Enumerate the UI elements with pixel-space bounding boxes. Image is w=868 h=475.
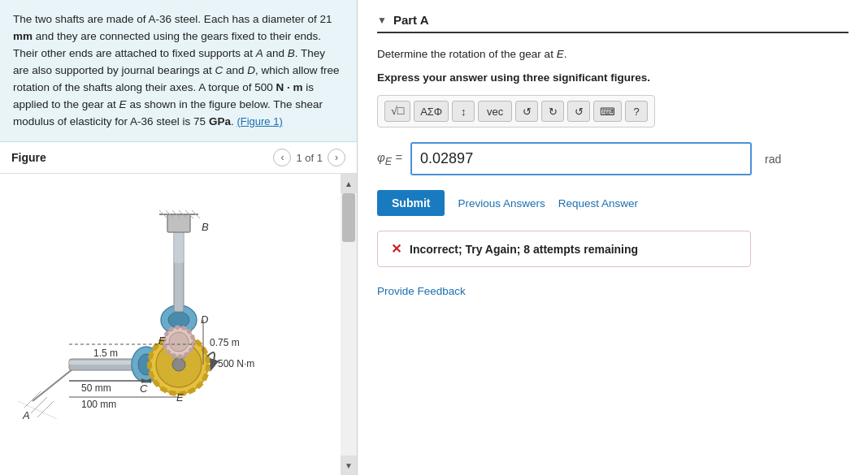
figure-svg: A C E: [8, 182, 333, 434]
answer-input-container: [410, 142, 752, 175]
scrollbar-thumb[interactable]: [342, 193, 355, 242]
greek-icon: ΑΣΦ: [420, 106, 442, 118]
submit-row: Submit Previous Answers Request Answer: [377, 190, 848, 216]
svg-point-12: [172, 358, 185, 371]
svg-line-3: [37, 401, 54, 417]
prev-answers-link[interactable]: Previous Answers: [458, 197, 545, 209]
figure-nav: ‹ 1 of 1 ›: [273, 149, 345, 166]
figure-area: A C E: [0, 174, 357, 475]
problem-text: The two shafts are made of A-36 steel. E…: [0, 0, 357, 142]
torque-label: 500 N·m: [218, 358, 254, 369]
phi-label: φE =: [377, 150, 402, 167]
figure-link[interactable]: (Figure 1): [237, 115, 282, 127]
figure-svg-container: A C E: [0, 174, 339, 444]
help-icon: ?: [634, 106, 640, 118]
undo-icon: ↺: [523, 106, 532, 118]
svg-point-20: [169, 332, 189, 352]
right-panel: ▼ Part A Determine the rotation of the g…: [358, 0, 868, 475]
toolbar-undo-btn[interactable]: ↺: [515, 101, 538, 122]
vec-icon: vec: [487, 106, 503, 118]
toolbar-sqrt-btn[interactable]: √□: [384, 101, 410, 122]
toolbar-greek-btn[interactable]: ΑΣΦ: [414, 101, 449, 122]
part-arrow[interactable]: ▼: [377, 15, 387, 26]
answer-input[interactable]: [412, 144, 750, 174]
next-figure-btn[interactable]: ›: [328, 149, 345, 166]
redo-icon: ↻: [549, 106, 558, 118]
figure-label: Figure: [11, 151, 46, 164]
scroll-up-btn[interactable]: ▲: [341, 174, 357, 193]
provide-feedback-link[interactable]: Provide Feedback: [377, 285, 848, 297]
dim-15m: 1.5 m: [93, 348, 118, 359]
scrollbar[interactable]: [341, 193, 357, 456]
part-header: ▼ Part A: [377, 13, 848, 33]
request-answer-link[interactable]: Request Answer: [558, 197, 638, 209]
part-label: Part A: [393, 13, 429, 27]
figure-header: Figure ‹ 1 of 1 ›: [0, 142, 357, 174]
label-F: F: [158, 335, 166, 347]
label-B: B: [202, 221, 209, 233]
express-text: Express your answer using three signific…: [377, 71, 848, 84]
figure-page: 1 of 1: [296, 152, 323, 164]
math-toolbar: √□ ΑΣΦ ↕ vec ↺ ↻ ↺ ⌨ ?: [377, 95, 655, 127]
left-panel: The two shafts are made of A-36 steel. E…: [0, 0, 358, 475]
keyboard-icon: ⌨: [600, 106, 615, 118]
answer-row: φE = rad: [377, 142, 848, 175]
label-D: D: [201, 313, 208, 326]
toolbar-vec-btn[interactable]: vec: [478, 101, 512, 122]
unit-label: rad: [765, 153, 781, 166]
error-icon: ✕: [391, 241, 401, 257]
dim-50mm: 50 mm: [81, 382, 111, 394]
updown-icon: ↕: [461, 106, 467, 118]
toolbar-help-btn[interactable]: ?: [625, 101, 648, 122]
prev-figure-btn[interactable]: ‹: [273, 149, 291, 166]
scroll-down-btn[interactable]: ▼: [341, 456, 357, 475]
dim-075m: 0.75 m: [210, 337, 240, 348]
dim-100mm: 100 mm: [81, 399, 116, 410]
toolbar-keyboard-btn[interactable]: ⌨: [593, 101, 622, 122]
refresh-icon: ↺: [575, 106, 584, 118]
label-C: C: [140, 382, 148, 395]
error-text: Incorrect; Try Again; 8 attempts remaini…: [410, 243, 638, 256]
svg-rect-23: [174, 231, 184, 263]
svg-line-0: [33, 369, 73, 401]
error-box: ✕ Incorrect; Try Again; 8 attempts remai…: [377, 231, 751, 267]
problem-text-content: The two shafts are made of A-36 steel. E…: [13, 13, 339, 127]
question-text: Determine the rotation of the gear at E.: [377, 48, 848, 60]
toolbar-updown-btn[interactable]: ↕: [452, 101, 475, 122]
sqrt-icon: √□: [391, 105, 404, 118]
toolbar-redo-btn[interactable]: ↻: [541, 101, 564, 122]
label-A: A: [22, 409, 30, 421]
toolbar-refresh-btn[interactable]: ↺: [567, 101, 590, 122]
submit-button[interactable]: Submit: [377, 190, 445, 216]
